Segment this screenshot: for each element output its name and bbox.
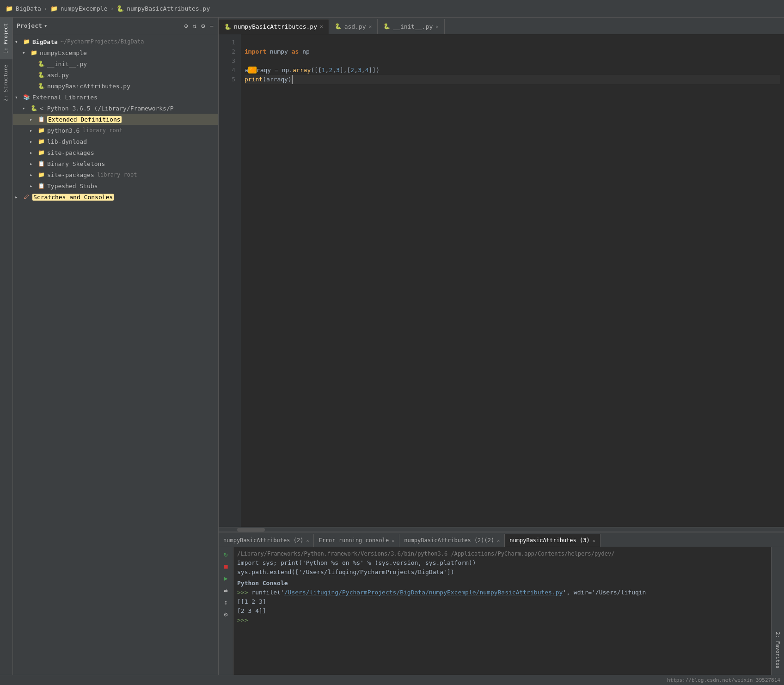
scratches-arrow [15,194,22,200]
favorites-vtab[interactable]: 2: Favorites [772,627,784,673]
console-output[interactable]: /Library/Frameworks/Python.framework/Ver… [233,547,771,675]
tree-item-asd[interactable]: 🐍 asd.py [13,69,218,80]
console-tab-3-close[interactable]: ✕ [497,538,500,543]
run-path: /Users/lifuqing/PycharmProjects/BigData/… [284,589,563,596]
structure-tab[interactable]: 2: Structure [0,59,12,107]
stop-btn[interactable]: ■ [221,561,231,571]
breadcrumb-sep2: › [110,5,114,12]
dropdown-arrow[interactable]: ▾ [44,22,48,29]
console-tab-4[interactable]: numpyBasicAttributes (3) ✕ [505,534,600,547]
bigdata-folder-icon: 📁 [6,5,13,12]
tree-item-sitepackages[interactable]: 📁 site-packages [13,147,218,158]
console-tab-4-label: numpyBasicAttributes (3) [509,537,589,544]
scroll-btn[interactable]: ↕ [221,597,231,607]
tab-close-numpybasic[interactable]: ✕ [320,24,323,30]
breadcrumb-bigdata: BigData [16,5,41,12]
sitepackages-arrow [30,150,37,156]
tree-item-python365[interactable]: 🐍 < Python 3.6.5 (/Library/Frameworks/P [13,103,218,114]
ln-1: 1 [220,38,239,47]
console-tab-2-close[interactable]: ✕ [392,538,394,543]
tree-item-typeshed[interactable]: 📋 Typeshed Stubs [13,180,218,191]
console-tab-3[interactable]: numpyBasicAttributes (2)(2) ✕ [399,534,505,547]
typeshed-label: Typeshed Stubs [47,183,98,190]
tree-item-extdefs[interactable]: 📋 Extended Definitions [13,114,218,125]
tab-label-asd: asd.py [344,23,366,30]
console-tab-1[interactable]: numpyBasicAttributes (2) ✕ [219,534,314,547]
tree-item-binaryskeletons[interactable]: 📋 Binary Skeletons [13,158,218,169]
code-content[interactable]: import numpy as np a🔶raqy = np.array([[1… [241,34,784,527]
scroll-icon[interactable]: ⇅ [192,21,197,31]
binaryskeletons-label: Binary Skeletons [47,160,105,167]
gear-icon[interactable]: ⚙ [200,21,206,31]
bigdata-hint: ~/PycharmProjects/BigData [61,38,144,45]
console-prompt: >>> [237,617,248,624]
run-prompt: >>> [237,589,251,596]
typeshed-icon: 📋 [37,182,45,190]
tree-item-numpyexcemple[interactable]: 📁 numpyExcemple [13,47,218,58]
tab-close-asd[interactable]: ✕ [369,24,372,30]
console-tab-4-close[interactable]: ✕ [593,538,595,543]
asd-icon: 🐍 [37,71,45,79]
bigdata-arrow [15,39,22,45]
hide-icon[interactable]: − [209,21,214,31]
run-btn[interactable]: ↻ [221,549,231,559]
console-output-2: [2 3 4]] [237,606,767,616]
bigdata-label: BigData [32,38,58,45]
code-editor[interactable]: 1 2 3 4 5 import numpy as np a🔶raqy = np… [219,34,784,527]
main-area: 1: Project 2: Structure Project ▾ ⊕ ⇅ ⚙ … [0,18,784,675]
extlibs-icon: 📚 [22,93,31,101]
extdefs-icon: 📋 [37,115,45,123]
python36-label: python3.6 [47,127,80,134]
execute-btn[interactable]: ▶ [221,573,231,583]
tree-item-python36[interactable]: 📁 python3.6 library root [13,125,218,136]
h-scroll-thumb[interactable] [237,528,265,532]
console-tab-3-label: numpyBasicAttributes (2)(2) [404,537,494,544]
title-bar: 📁 BigData › 📁 numpyExcemple › 🐍 numpyBas… [0,0,784,18]
h-scroll-bar[interactable] [219,527,784,532]
file-icon: 🐍 [116,5,124,12]
rerun-btn[interactable]: ⇌ [221,585,231,595]
editor-tab-init[interactable]: 🐍 __init__.py ✕ [378,19,445,34]
status-url: https://blog.csdn.net/weixin_39527814 [667,677,780,683]
sitepackages-icon: 📁 [37,148,45,157]
python36-hint: library root [82,127,122,134]
project-tab[interactable]: 1: Project [0,18,12,59]
scratches-label: Scratches and Consoles [32,194,114,201]
numpyexcemple-label: numpyExcemple [40,49,87,56]
sitepackages-label: site-packages [47,149,94,156]
code-line-3 [245,56,780,66]
ln-2: 2 [220,47,239,56]
status-bar: https://blog.csdn.net/weixin_39527814 [0,675,784,685]
settings-btn[interactable]: ⚙ [221,609,231,619]
editor-tabs: 🐍 numpyBasicAttributes.py ✕ 🐍 asd.py ✕ 🐍… [219,18,784,34]
console-output-1: [[1 2 3] [237,597,767,606]
project-panel: Project ▾ ⊕ ⇅ ⚙ − 📁 BigData ~/PycharmPro… [13,18,219,675]
python365-icon: 🐍 [30,104,38,112]
tree-item-bigdata[interactable]: 📁 BigData ~/PycharmProjects/BigData [13,36,218,47]
locate-icon[interactable]: ⊕ [183,21,189,31]
typeshed-arrow [30,183,37,189]
tree-item-scratches[interactable]: 🖊 Scratches and Consoles [13,191,218,202]
run-suffix: ', wdir='/Users/lifuqin [563,589,646,596]
libdynload-icon: 📁 [37,137,45,146]
sitepackages2-arrow [30,172,37,178]
tree-item-init[interactable]: 🐍 __init__.py [13,58,218,69]
console-tab-1-close[interactable]: ✕ [306,538,309,543]
tab-icon-numpybasic: 🐍 [224,24,231,30]
python36-icon: 📁 [37,126,45,135]
extdefs-arrow [30,116,37,122]
console-tab-2[interactable]: Error running console ✕ [314,534,399,547]
tree-item-extlibs[interactable]: 📚 External Libraries [13,92,218,103]
console-tabs: numpyBasicAttributes (2) ✕ Error running… [219,532,784,547]
extdefs-label: Extended Definitions [47,116,122,123]
project-header: Project ▾ ⊕ ⇅ ⚙ − [13,18,218,34]
tree-item-sitepackages2[interactable]: 📁 site-packages library root [13,169,218,180]
file-tree: 📁 BigData ~/PycharmProjects/BigData 📁 nu… [13,34,218,675]
editor-tab-numpybasic[interactable]: 🐍 numpyBasicAttributes.py ✕ [219,19,329,34]
tree-item-numpybasic[interactable]: 🐍 numpyBasicAttributes.py [13,80,218,92]
console-left-toolbar: ↻ ■ ▶ ⇌ ↕ ⚙ [219,547,233,675]
sitepackages2-hint: library root [97,171,137,178]
tree-item-libdynload[interactable]: 📁 lib-dynload [13,136,218,147]
tab-close-init[interactable]: ✕ [435,24,439,30]
editor-tab-asd[interactable]: 🐍 asd.py ✕ [329,19,378,34]
